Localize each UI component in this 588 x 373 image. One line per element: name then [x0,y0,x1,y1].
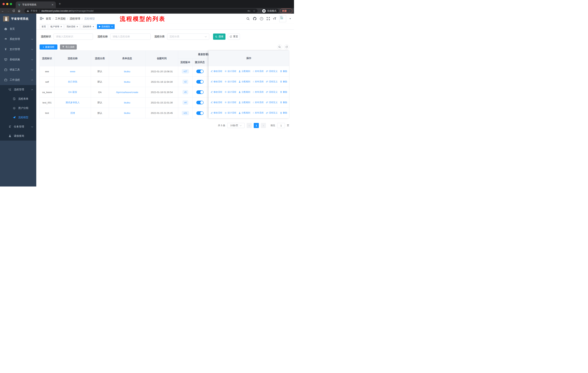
form-info-link[interactable]: biubiu [124,112,130,114]
status-toggle[interactable] [196,111,204,115]
action-link[interactable]: 分配规则 [239,91,250,94]
caret-down-icon[interactable]: ▼ [289,18,291,20]
process-name-link[interactable]: 测试多审批人 [66,101,80,104]
search-button[interactable]: 搜索 [213,33,225,40]
reload-icon[interactable] [11,10,16,12]
new-tab-button[interactable]: + [59,2,61,6]
browser-update-button[interactable]: 更新 ⋮ [280,8,292,13]
sidebar-item-payment[interactable]: ¥ 支付管理 [0,44,36,54]
goto-page-input[interactable]: 1 [277,123,285,128]
reset-button[interactable]: 重置 [228,33,240,40]
refresh-table-icon-button[interactable] [284,44,289,50]
process-category-select[interactable]: 流程分类 [167,33,209,40]
prev-page-button[interactable]: ‹ [247,123,252,128]
close-window-button[interactable] [2,3,5,5]
sidebar-item-leave-query[interactable]: 请假查询 [0,131,36,141]
status-toggle[interactable] [196,70,204,73]
browser-tab[interactable]: 芋道管理系统 ✕ [16,1,56,8]
user-avatar[interactable] [279,15,286,22]
form-info-link[interactable]: biubiu [124,81,130,83]
form-info-link[interactable]: biubiu [124,101,130,104]
home-icon[interactable] [16,10,22,12]
tag-close-icon[interactable]: ✕ [92,26,94,28]
action-link[interactable]: 设计流程 [225,70,236,73]
tag-my-process[interactable]: 我的流程 ✕ [65,24,80,29]
action-link[interactable]: 删除 [280,101,287,104]
key-icon[interactable] [248,10,251,12]
action-link[interactable]: ☝ 发布流程 [253,70,263,73]
action-link[interactable]: 删除 [280,70,287,73]
action-link[interactable]: 设计流程 [225,101,236,104]
action-link[interactable]: 流程定义 [266,101,278,104]
process-name-input[interactable]: 请输入流程名称 [110,33,151,40]
action-link[interactable]: 流程定义 [266,91,278,94]
sidebar-item-process-form[interactable]: 流程表单 [0,94,36,103]
action-link[interactable]: 删除 [280,111,287,114]
sidebar-item-devtools[interactable]: 研发工具 [0,65,36,75]
action-link[interactable]: 修改流程 [210,101,222,104]
sidebar-item-process-model[interactable]: 流程模型 [0,113,36,122]
tag-close-icon[interactable]: ✕ [111,26,113,28]
process-name-link[interactable]: OA 请假 [68,91,77,94]
sidebar-item-process-management[interactable]: 流程管理 [0,85,36,94]
tag-tenant[interactable]: 租户管理 ✕ [49,24,64,29]
fullscreen-icon[interactable] [266,17,270,20]
github-icon[interactable] [253,17,257,20]
action-link[interactable]: 修改流程 [210,80,222,83]
action-link[interactable]: 修改流程 [210,91,222,94]
minimize-window-button[interactable] [6,3,8,5]
action-link[interactable]: 流程定义 [266,80,278,83]
sidebar-item-task-management[interactable]: 任务管理 [0,122,36,131]
tag-process-model[interactable]: 流程模型 ✕ [97,24,115,29]
process-name-link[interactable]: eeee [70,70,75,73]
current-page-button[interactable]: 1 [254,123,259,128]
sidebar-item-infrastructure[interactable]: 基础设施 [0,54,36,65]
import-process-button[interactable]: 导入流程 [60,44,77,50]
tag-close-icon[interactable]: ✕ [76,26,78,28]
action-link[interactable]: 修改流程 [210,70,222,73]
action-link[interactable]: ☝ 发布流程 [253,101,263,104]
action-link[interactable]: 设计流程 [225,80,236,83]
process-id-input[interactable]: 请输入流程标识 [53,33,93,40]
next-page-button[interactable]: › [261,123,266,128]
action-link[interactable]: ☝ 发布流程 [253,111,263,114]
show-search-icon-button[interactable] [277,44,282,50]
sidebar-item-workflow[interactable]: 工作流程 [0,75,36,85]
status-toggle[interactable] [196,90,204,94]
page-size-select[interactable]: 10条/页 [227,123,245,128]
sidebar-item-user-group[interactable]: 用户分组 [0,103,36,113]
sidebar-item-home[interactable]: 首页 [0,24,36,34]
breadcrumb-home[interactable]: 首页 [46,17,51,20]
action-link[interactable]: 修改流程 [210,111,222,114]
action-link[interactable]: 设计流程 [225,91,236,94]
search-icon[interactable] [246,17,250,20]
bookmark-star-icon[interactable]: ☆ [253,9,255,13]
browser-menu-icon[interactable]: ⋮ [288,10,290,12]
security-warning-icon[interactable] [27,10,29,12]
action-link[interactable]: 流程定义 [266,70,278,73]
action-link[interactable]: 删除 [280,80,287,83]
action-link[interactable]: 流程定义 [266,111,278,114]
status-toggle[interactable] [196,80,204,84]
back-icon[interactable]: ← [0,9,5,12]
process-name-link[interactable]: 滔博 [70,111,75,115]
action-link[interactable]: 设计流程 [225,111,236,114]
maximize-window-button[interactable] [10,3,12,5]
action-link[interactable]: 分配规则 [239,80,250,83]
status-toggle[interactable] [196,101,204,104]
forward-icon[interactable]: → [5,9,11,12]
action-link[interactable]: 分配规则 [239,101,250,104]
action-link[interactable]: 分配规则 [239,111,250,114]
form-info-link[interactable]: /bpm/oa/leave/create [116,91,138,94]
process-name-link[interactable]: 自己审批 [68,80,77,83]
help-icon[interactable]: ? [260,17,263,20]
action-link[interactable]: ☝ 发布流程 [253,91,263,94]
action-link[interactable]: 分配规则 [239,70,250,73]
tab-close-icon[interactable]: ✕ [51,3,53,6]
create-process-button[interactable]: + 新建流程 [40,44,57,50]
font-size-icon[interactable]: TT [273,17,276,20]
sidebar-fold-icon[interactable] [40,17,43,20]
form-info-link[interactable]: biubiu [124,70,130,73]
action-link[interactable]: 删除 [280,91,287,94]
address-bar[interactable]: 不安全 dashboard.yudao.iocoder.cn/bpm/manag… [24,9,258,13]
